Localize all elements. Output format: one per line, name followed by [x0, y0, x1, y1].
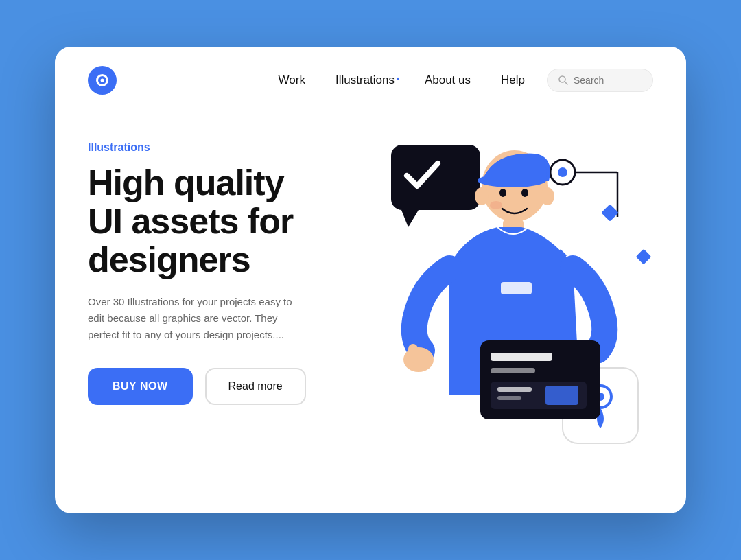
- search-icon: [558, 75, 568, 85]
- nav-links: Work Illustrations About us Help: [279, 73, 525, 87]
- browser-window: Work Illustrations About us Help Illustr…: [55, 47, 686, 513]
- svg-rect-2: [391, 145, 480, 210]
- svg-rect-26: [491, 368, 535, 373]
- svg-point-17: [541, 187, 554, 205]
- hero-buttons: BUY NOW Read more: [88, 368, 376, 405]
- svg-point-20: [490, 201, 502, 209]
- read-more-button[interactable]: Read more: [205, 368, 306, 405]
- hero-section: Illustrations High quality UI assets for…: [55, 114, 686, 512]
- hero-description: Over 30 Illustrations for your projects …: [88, 294, 294, 343]
- logo-icon: [96, 74, 108, 86]
- svg-rect-12: [636, 249, 652, 265]
- hero-title: High quality UI assets for designers: [88, 163, 376, 279]
- svg-rect-29: [497, 396, 521, 400]
- nav-item-help[interactable]: Help: [501, 73, 525, 87]
- svg-marker-3: [401, 210, 419, 227]
- svg-rect-30: [545, 386, 578, 405]
- svg-point-16: [475, 187, 489, 205]
- svg-point-19: [521, 189, 528, 197]
- svg-rect-28: [497, 387, 532, 392]
- nav-item-about[interactable]: About us: [425, 73, 471, 87]
- navbar: Work Illustrations About us Help: [55, 47, 686, 114]
- hero-tag: Illustrations: [88, 141, 376, 154]
- svg-rect-11: [601, 204, 618, 221]
- svg-rect-31: [501, 282, 532, 294]
- logo[interactable]: [88, 66, 117, 95]
- search-input[interactable]: [574, 75, 642, 86]
- nav-item-illustrations[interactable]: Illustrations: [336, 73, 395, 87]
- svg-rect-23: [408, 344, 418, 363]
- buy-now-button[interactable]: BUY NOW: [88, 368, 193, 405]
- svg-line-1: [565, 82, 567, 84]
- svg-point-8: [558, 167, 567, 177]
- svg-point-22: [403, 347, 434, 372]
- nav-item-work[interactable]: Work: [279, 73, 305, 87]
- search-box[interactable]: [547, 69, 653, 92]
- svg-point-18: [499, 189, 506, 197]
- svg-rect-25: [491, 353, 552, 361]
- hero-content: Illustrations High quality UI assets for…: [88, 128, 376, 512]
